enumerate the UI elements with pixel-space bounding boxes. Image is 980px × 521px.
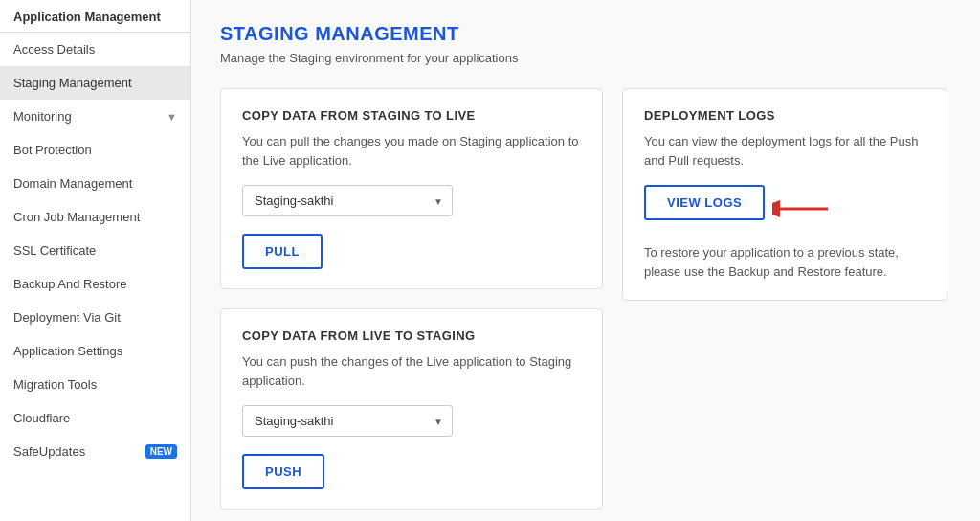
sidebar: Application Management Access DetailsSta… — [0, 0, 191, 521]
copy-staging-to-live-card: COPY DATA FROM STAGING TO LIVE You can p… — [220, 88, 603, 289]
sidebar-item-label: Monitoring — [13, 109, 72, 124]
sidebar-item-label: Domain Management — [13, 176, 132, 191]
sidebar-item-label: Cron Job Management — [13, 210, 140, 224]
sidebar-item-access-details[interactable]: Access Details — [0, 33, 190, 66]
pull-button[interactable]: PULL — [242, 234, 323, 269]
sidebar-item-cloudflare[interactable]: Cloudflare — [0, 401, 190, 435]
red-arrow-icon — [772, 195, 830, 226]
deployment-logs-desc: You can view the deployment logs for all… — [644, 132, 925, 170]
view-logs-row: VIEW LOGS — [644, 185, 925, 236]
sidebar-item-label: SSL Certificate — [13, 243, 96, 258]
staging-select-wrapper[interactable]: Staging-sakthi — [242, 185, 453, 216]
sidebar-item-label: Access Details — [13, 42, 95, 57]
copy-staging-desc: You can pull the changes you made on Sta… — [242, 132, 581, 170]
sidebar-item-application-settings[interactable]: Application Settings — [0, 334, 190, 368]
sidebar-item-monitoring[interactable]: Monitoring▼ — [0, 100, 190, 133]
sidebar-item-deployment-via-git[interactable]: Deployment Via Git — [0, 301, 190, 334]
sidebar-item-label: Migration Tools — [13, 377, 97, 392]
sidebar-item-migration-tools[interactable]: Migration Tools — [0, 368, 190, 401]
main-content: STAGING MANAGEMENT Manage the Staging en… — [191, 0, 980, 521]
page-subtitle: Manage the Staging environment for your … — [220, 51, 947, 65]
sidebar-item-label: Bot Protection — [13, 143, 92, 157]
new-badge: NEW — [145, 444, 177, 459]
copy-live-to-staging-card: COPY DATA FROM LIVE TO STAGING You can p… — [220, 308, 603, 510]
deployment-logs-card: DEPLOYMENT LOGS You can view the deploym… — [622, 88, 947, 301]
sidebar-item-label: Application Settings — [13, 344, 122, 358]
copy-live-desc: You can push the changes of the Live app… — [242, 352, 581, 390]
sidebar-item-staging-management[interactable]: Staging Management — [0, 66, 190, 100]
sidebar-title: Application Management — [0, 0, 190, 33]
copy-live-title: COPY DATA FROM LIVE TO STAGING — [242, 328, 581, 343]
view-logs-button[interactable]: VIEW LOGS — [644, 185, 765, 220]
restore-note: To restore your application to a previou… — [644, 243, 925, 281]
staging-to-live-select[interactable]: Staging-sakthi — [242, 185, 453, 216]
sidebar-item-label: Staging Management — [13, 76, 132, 90]
sidebar-item-cron-job-management[interactable]: Cron Job Management — [0, 200, 190, 234]
live-to-staging-select[interactable]: Staging-sakthi — [242, 405, 453, 437]
sidebar-item-ssl-certificate[interactable]: SSL Certificate — [0, 234, 190, 267]
cards-row: COPY DATA FROM STAGING TO LIVE You can p… — [220, 88, 947, 510]
sidebar-item-backup-and-restore[interactable]: Backup And Restore — [0, 267, 190, 301]
sidebar-item-domain-management[interactable]: Domain Management — [0, 167, 190, 200]
sidebar-item-safeupdates[interactable]: SafeUpdatesNEW — [0, 435, 190, 468]
sidebar-item-label: Deployment Via Git — [13, 310, 121, 325]
chevron-down-icon: ▼ — [167, 111, 177, 123]
sidebar-item-label: Backup And Restore — [13, 277, 127, 291]
copy-staging-title: COPY DATA FROM STAGING TO LIVE — [242, 108, 581, 123]
push-button[interactable]: PUSH — [242, 454, 324, 489]
deployment-logs-title: DEPLOYMENT LOGS — [644, 108, 925, 123]
live-select-wrapper[interactable]: Staging-sakthi — [242, 405, 453, 437]
page-title: STAGING MANAGEMENT — [220, 23, 947, 45]
sidebar-item-bot-protection[interactable]: Bot Protection — [0, 133, 190, 167]
sidebar-item-label: Cloudflare — [13, 411, 70, 425]
sidebar-item-label: SafeUpdates — [13, 444, 85, 459]
